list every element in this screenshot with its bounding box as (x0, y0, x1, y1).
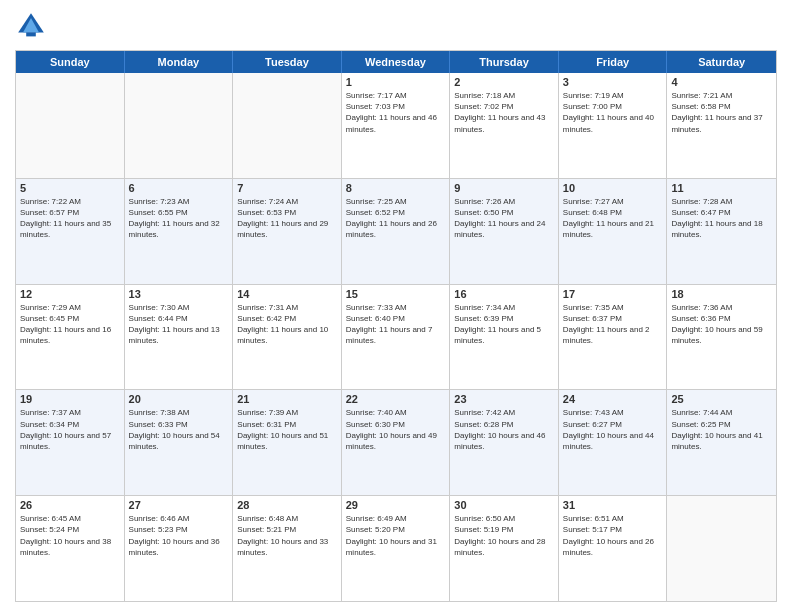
day-cell-19: 19Sunrise: 7:37 AM Sunset: 6:34 PM Dayli… (16, 390, 125, 495)
calendar: Sunday Monday Tuesday Wednesday Thursday… (15, 50, 777, 602)
calendar-row-4: 26Sunrise: 6:45 AM Sunset: 5:24 PM Dayli… (16, 495, 776, 601)
day-number: 1 (346, 76, 446, 88)
day-number: 18 (671, 288, 772, 300)
day-info: Sunrise: 7:30 AM Sunset: 6:44 PM Dayligh… (129, 302, 229, 347)
day-number: 14 (237, 288, 337, 300)
day-cell-21: 21Sunrise: 7:39 AM Sunset: 6:31 PM Dayli… (233, 390, 342, 495)
day-number: 17 (563, 288, 663, 300)
day-number: 2 (454, 76, 554, 88)
day-info: Sunrise: 7:36 AM Sunset: 6:36 PM Dayligh… (671, 302, 772, 347)
day-cell-2: 2Sunrise: 7:18 AM Sunset: 7:02 PM Daylig… (450, 73, 559, 178)
header-friday: Friday (559, 51, 668, 73)
day-number: 16 (454, 288, 554, 300)
day-info: Sunrise: 7:23 AM Sunset: 6:55 PM Dayligh… (129, 196, 229, 241)
day-cell-1: 1Sunrise: 7:17 AM Sunset: 7:03 PM Daylig… (342, 73, 451, 178)
page: Sunday Monday Tuesday Wednesday Thursday… (0, 0, 792, 612)
day-cell-8: 8Sunrise: 7:25 AM Sunset: 6:52 PM Daylig… (342, 179, 451, 284)
day-cell-15: 15Sunrise: 7:33 AM Sunset: 6:40 PM Dayli… (342, 285, 451, 390)
day-number: 25 (671, 393, 772, 405)
day-info: Sunrise: 7:33 AM Sunset: 6:40 PM Dayligh… (346, 302, 446, 347)
logo (15, 10, 51, 42)
header-wednesday: Wednesday (342, 51, 451, 73)
day-cell-13: 13Sunrise: 7:30 AM Sunset: 6:44 PM Dayli… (125, 285, 234, 390)
day-cell-29: 29Sunrise: 6:49 AM Sunset: 5:20 PM Dayli… (342, 496, 451, 601)
day-number: 30 (454, 499, 554, 511)
calendar-row-0: 1Sunrise: 7:17 AM Sunset: 7:03 PM Daylig… (16, 73, 776, 178)
header-monday: Monday (125, 51, 234, 73)
day-number: 31 (563, 499, 663, 511)
day-cell-14: 14Sunrise: 7:31 AM Sunset: 6:42 PM Dayli… (233, 285, 342, 390)
day-cell-17: 17Sunrise: 7:35 AM Sunset: 6:37 PM Dayli… (559, 285, 668, 390)
day-number: 21 (237, 393, 337, 405)
day-cell-30: 30Sunrise: 6:50 AM Sunset: 5:19 PM Dayli… (450, 496, 559, 601)
calendar-row-1: 5Sunrise: 7:22 AM Sunset: 6:57 PM Daylig… (16, 178, 776, 284)
day-info: Sunrise: 7:43 AM Sunset: 6:27 PM Dayligh… (563, 407, 663, 452)
empty-cell-0-0 (16, 73, 125, 178)
day-cell-22: 22Sunrise: 7:40 AM Sunset: 6:30 PM Dayli… (342, 390, 451, 495)
day-cell-9: 9Sunrise: 7:26 AM Sunset: 6:50 PM Daylig… (450, 179, 559, 284)
day-info: Sunrise: 7:21 AM Sunset: 6:58 PM Dayligh… (671, 90, 772, 135)
day-cell-16: 16Sunrise: 7:34 AM Sunset: 6:39 PM Dayli… (450, 285, 559, 390)
day-number: 3 (563, 76, 663, 88)
calendar-row-3: 19Sunrise: 7:37 AM Sunset: 6:34 PM Dayli… (16, 389, 776, 495)
empty-cell-0-2 (233, 73, 342, 178)
day-info: Sunrise: 7:28 AM Sunset: 6:47 PM Dayligh… (671, 196, 772, 241)
day-number: 20 (129, 393, 229, 405)
svg-rect-2 (26, 32, 36, 36)
day-info: Sunrise: 7:44 AM Sunset: 6:25 PM Dayligh… (671, 407, 772, 452)
day-info: Sunrise: 6:49 AM Sunset: 5:20 PM Dayligh… (346, 513, 446, 558)
day-info: Sunrise: 7:17 AM Sunset: 7:03 PM Dayligh… (346, 90, 446, 135)
calendar-row-2: 12Sunrise: 7:29 AM Sunset: 6:45 PM Dayli… (16, 284, 776, 390)
day-number: 24 (563, 393, 663, 405)
day-info: Sunrise: 7:40 AM Sunset: 6:30 PM Dayligh… (346, 407, 446, 452)
day-cell-26: 26Sunrise: 6:45 AM Sunset: 5:24 PM Dayli… (16, 496, 125, 601)
day-info: Sunrise: 6:48 AM Sunset: 5:21 PM Dayligh… (237, 513, 337, 558)
day-cell-5: 5Sunrise: 7:22 AM Sunset: 6:57 PM Daylig… (16, 179, 125, 284)
logo-icon (15, 10, 47, 42)
day-cell-4: 4Sunrise: 7:21 AM Sunset: 6:58 PM Daylig… (667, 73, 776, 178)
day-number: 12 (20, 288, 120, 300)
day-info: Sunrise: 7:38 AM Sunset: 6:33 PM Dayligh… (129, 407, 229, 452)
header-thursday: Thursday (450, 51, 559, 73)
day-number: 28 (237, 499, 337, 511)
header (15, 10, 777, 42)
header-sunday: Sunday (16, 51, 125, 73)
day-cell-6: 6Sunrise: 7:23 AM Sunset: 6:55 PM Daylig… (125, 179, 234, 284)
day-cell-20: 20Sunrise: 7:38 AM Sunset: 6:33 PM Dayli… (125, 390, 234, 495)
day-info: Sunrise: 7:25 AM Sunset: 6:52 PM Dayligh… (346, 196, 446, 241)
day-info: Sunrise: 7:24 AM Sunset: 6:53 PM Dayligh… (237, 196, 337, 241)
day-cell-3: 3Sunrise: 7:19 AM Sunset: 7:00 PM Daylig… (559, 73, 668, 178)
day-number: 13 (129, 288, 229, 300)
day-info: Sunrise: 7:39 AM Sunset: 6:31 PM Dayligh… (237, 407, 337, 452)
day-number: 23 (454, 393, 554, 405)
day-cell-31: 31Sunrise: 6:51 AM Sunset: 5:17 PM Dayli… (559, 496, 668, 601)
day-info: Sunrise: 7:42 AM Sunset: 6:28 PM Dayligh… (454, 407, 554, 452)
day-info: Sunrise: 7:26 AM Sunset: 6:50 PM Dayligh… (454, 196, 554, 241)
day-cell-24: 24Sunrise: 7:43 AM Sunset: 6:27 PM Dayli… (559, 390, 668, 495)
calendar-header: Sunday Monday Tuesday Wednesday Thursday… (16, 51, 776, 73)
day-number: 10 (563, 182, 663, 194)
day-number: 7 (237, 182, 337, 194)
day-info: Sunrise: 7:19 AM Sunset: 7:00 PM Dayligh… (563, 90, 663, 135)
day-cell-28: 28Sunrise: 6:48 AM Sunset: 5:21 PM Dayli… (233, 496, 342, 601)
empty-cell-0-1 (125, 73, 234, 178)
day-number: 11 (671, 182, 772, 194)
day-number: 26 (20, 499, 120, 511)
day-cell-10: 10Sunrise: 7:27 AM Sunset: 6:48 PM Dayli… (559, 179, 668, 284)
day-number: 9 (454, 182, 554, 194)
header-saturday: Saturday (667, 51, 776, 73)
day-cell-11: 11Sunrise: 7:28 AM Sunset: 6:47 PM Dayli… (667, 179, 776, 284)
day-cell-25: 25Sunrise: 7:44 AM Sunset: 6:25 PM Dayli… (667, 390, 776, 495)
day-info: Sunrise: 7:37 AM Sunset: 6:34 PM Dayligh… (20, 407, 120, 452)
day-cell-27: 27Sunrise: 6:46 AM Sunset: 5:23 PM Dayli… (125, 496, 234, 601)
day-cell-12: 12Sunrise: 7:29 AM Sunset: 6:45 PM Dayli… (16, 285, 125, 390)
day-number: 4 (671, 76, 772, 88)
day-number: 6 (129, 182, 229, 194)
day-info: Sunrise: 6:50 AM Sunset: 5:19 PM Dayligh… (454, 513, 554, 558)
day-cell-7: 7Sunrise: 7:24 AM Sunset: 6:53 PM Daylig… (233, 179, 342, 284)
day-info: Sunrise: 7:29 AM Sunset: 6:45 PM Dayligh… (20, 302, 120, 347)
day-info: Sunrise: 6:46 AM Sunset: 5:23 PM Dayligh… (129, 513, 229, 558)
day-cell-18: 18Sunrise: 7:36 AM Sunset: 6:36 PM Dayli… (667, 285, 776, 390)
day-info: Sunrise: 7:27 AM Sunset: 6:48 PM Dayligh… (563, 196, 663, 241)
empty-cell-4-6 (667, 496, 776, 601)
